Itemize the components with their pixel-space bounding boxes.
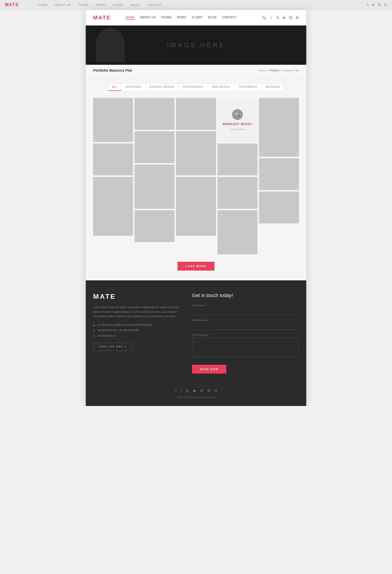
menu-icon[interactable]: ⋮ bbox=[269, 16, 273, 20]
breadcrumb-home: Home bbox=[259, 69, 266, 72]
breadcrumb-portfolio: Portfolio bbox=[269, 69, 279, 72]
filter-artworks[interactable]: ARTWORKS bbox=[121, 84, 146, 91]
settings-icon[interactable]: ⚙ bbox=[384, 3, 387, 7]
footer-google-plus-icon[interactable]: g+ bbox=[186, 389, 190, 393]
portfolio-item-9[interactable] bbox=[176, 131, 216, 175]
browser-nav-contact[interactable]: CONTACT bbox=[147, 3, 161, 6]
footer-address-text: 121 King Street, Melbourne Victoria 3000… bbox=[97, 324, 152, 326]
filter-typography[interactable]: TYPOGRAPHY bbox=[234, 84, 262, 91]
open-map-label: OPEN THE MAP bbox=[99, 345, 123, 348]
footer-pinterest-icon[interactable]: ⊕ bbox=[200, 389, 203, 393]
portfolio-hover-title: Workout Buddy bbox=[223, 123, 252, 126]
load-more-wrapper: LOAD MORE bbox=[93, 262, 299, 270]
breadcrumb-bar: Portfolio Masonry Flat Home › Portfolio … bbox=[86, 65, 306, 76]
portfolio-item-16[interactable] bbox=[259, 192, 299, 224]
portfolio-item-3[interactable] bbox=[93, 177, 133, 236]
footer-logo: MATE bbox=[93, 293, 182, 301]
portfolio-item-15[interactable] bbox=[259, 158, 299, 190]
breadcrumb-masonry: Masonry Flat bbox=[283, 69, 299, 72]
browser-logo: MATE bbox=[5, 2, 19, 7]
behance-icon[interactable]: Ⓑ bbox=[289, 16, 292, 20]
email-input[interactable] bbox=[192, 323, 299, 330]
footer-email-text: contact@mate.co bbox=[97, 334, 116, 337]
twitter-icon[interactable]: 𝕏 bbox=[276, 16, 279, 20]
portfolio-search-icon: 🔍 bbox=[232, 109, 243, 120]
portfolio-item-8[interactable] bbox=[176, 98, 216, 130]
nav-home[interactable]: HOME bbox=[126, 16, 135, 20]
footer-grid: MATE Lorem ipsum dolor sit amet, consect… bbox=[93, 293, 299, 374]
portfolio-item-1[interactable] bbox=[93, 98, 133, 142]
browser-nav-teams[interactable]: TEAMS bbox=[78, 3, 89, 6]
page-title: Portfolio Masonry Flat bbox=[93, 68, 132, 72]
portfolio-item-14[interactable] bbox=[259, 98, 299, 157]
portfolio-item-7[interactable] bbox=[134, 210, 174, 242]
masonry-col-3 bbox=[176, 98, 216, 254]
header-right: 🔍 ⋮ 𝕏 ⊕ Ⓑ ⚙ bbox=[262, 16, 299, 20]
filter-web[interactable]: WEB DESIGN bbox=[208, 84, 234, 91]
nav-teams[interactable]: TEAMS bbox=[161, 16, 172, 20]
portfolio-hover-subtitle: ARTWORKS bbox=[230, 128, 245, 131]
load-more-button[interactable]: LOAD MORE bbox=[178, 262, 214, 270]
message-textarea[interactable] bbox=[192, 338, 299, 357]
breadcrumb-separator-1: › bbox=[267, 69, 268, 72]
portfolio-item-12[interactable] bbox=[218, 177, 258, 209]
contact-form: Your Name * Email Address * Your Message… bbox=[192, 304, 299, 374]
footer-youtube-icon[interactable]: ▶ bbox=[194, 389, 196, 393]
portfolio-item-4[interactable] bbox=[134, 98, 174, 130]
open-map-button[interactable]: OPEN THE MAP ▾ bbox=[93, 343, 132, 351]
footer-bottom: 𝕏 f g+ ▶ ⊕ Ⓑ ⚙ © Mate 2015 Design by Eng… bbox=[93, 383, 299, 399]
portfolio-item-6[interactable] bbox=[134, 164, 174, 209]
browser-nav-home[interactable]: HOME bbox=[39, 3, 48, 6]
nav-client[interactable]: CLIENT bbox=[192, 16, 203, 20]
hero-text: IMAGE HERE bbox=[167, 41, 225, 49]
nav-work[interactable]: WORK bbox=[177, 16, 187, 20]
footer-settings-icon[interactable]: ⚙ bbox=[214, 389, 218, 393]
site-logo[interactable]: MATE bbox=[93, 15, 111, 21]
footer-email: ✉ contact@mate.co bbox=[93, 334, 182, 338]
masonry-col-2 bbox=[134, 98, 174, 254]
portfolio-item-11[interactable] bbox=[218, 144, 258, 175]
browser-nav-about[interactable]: ABOUT US bbox=[55, 3, 71, 6]
footer-behance-icon[interactable]: Ⓑ bbox=[207, 389, 210, 393]
filter-graphic[interactable]: GRAPHIC DESIGN bbox=[146, 84, 178, 91]
portfolio-item-10[interactable] bbox=[176, 177, 216, 236]
behance-icon[interactable]: Ⓑ bbox=[377, 3, 381, 7]
footer-left-col: MATE Lorem ipsum dolor sit amet, consect… bbox=[93, 293, 182, 374]
browser-nav-blog[interactable]: BLOG bbox=[131, 3, 140, 6]
site-nav: HOME ABOUT US TEAMS WORK CLIENT BLOG CON… bbox=[126, 16, 237, 20]
footer-phone: ✆ +84 995 86 86 86 / +84 995 03 58 085 bbox=[93, 329, 182, 332]
browser-nav-client[interactable]: CLIENT bbox=[113, 3, 124, 6]
footer-social-icons: 𝕏 f g+ ▶ ⊕ Ⓑ ⚙ bbox=[93, 389, 299, 393]
send-button[interactable]: SEND NOW bbox=[192, 365, 227, 374]
browser-nav-work[interactable]: WORK bbox=[96, 3, 105, 6]
message-field: Your Message * bbox=[192, 334, 299, 358]
footer-address: ◈ 121 King Street, Melbourne Victoria 30… bbox=[93, 324, 182, 327]
pinterest-icon[interactable]: ⊕ bbox=[372, 3, 374, 7]
filter-all[interactable]: ALL bbox=[108, 84, 122, 91]
portfolio-item-13[interactable] bbox=[218, 210, 258, 254]
name-label: Your Name * bbox=[192, 304, 299, 307]
masonry-col-1 bbox=[93, 98, 133, 254]
search-icon[interactable]: 🔍 bbox=[262, 16, 266, 20]
filter-photography[interactable]: PHOTOGRAPHY bbox=[178, 84, 208, 91]
portfolio-item-hover[interactable]: 🔍 Workout Buddy ARTWORKS bbox=[218, 98, 258, 142]
browser-social-icons: 𝕏 ⊕ Ⓑ ⚙ bbox=[366, 3, 387, 7]
footer-facebook-icon[interactable]: f bbox=[181, 389, 182, 393]
masonry-col-5 bbox=[259, 98, 299, 254]
twitter-icon[interactable]: 𝕏 bbox=[366, 3, 369, 7]
pinterest-icon[interactable]: ⊕ bbox=[282, 16, 285, 20]
name-input[interactable] bbox=[192, 308, 299, 315]
footer-copyright: © Mate 2015 Design by EngoCreative bbox=[93, 396, 299, 399]
nav-about[interactable]: ABOUT US bbox=[140, 16, 156, 20]
hero-section: IMAGE HERE bbox=[86, 25, 306, 65]
nav-blog[interactable]: BLOG bbox=[208, 16, 217, 20]
gear-icon[interactable]: ⚙ bbox=[296, 16, 299, 20]
portfolio-item-5[interactable] bbox=[134, 131, 174, 163]
message-label: Your Message * bbox=[192, 334, 299, 336]
nav-contact[interactable]: CONTACT bbox=[222, 16, 237, 20]
portfolio-section: ALL ARTWORKS GRAPHIC DESIGN PHOTOGRAPHY … bbox=[86, 76, 306, 280]
footer-twitter-icon[interactable]: 𝕏 bbox=[174, 389, 177, 393]
website-container: MATE HOME ABOUT US TEAMS WORK CLIENT BLO… bbox=[86, 10, 306, 406]
portfolio-item-2[interactable] bbox=[93, 144, 133, 175]
filter-mockups[interactable]: MOCKUPS bbox=[262, 84, 284, 91]
